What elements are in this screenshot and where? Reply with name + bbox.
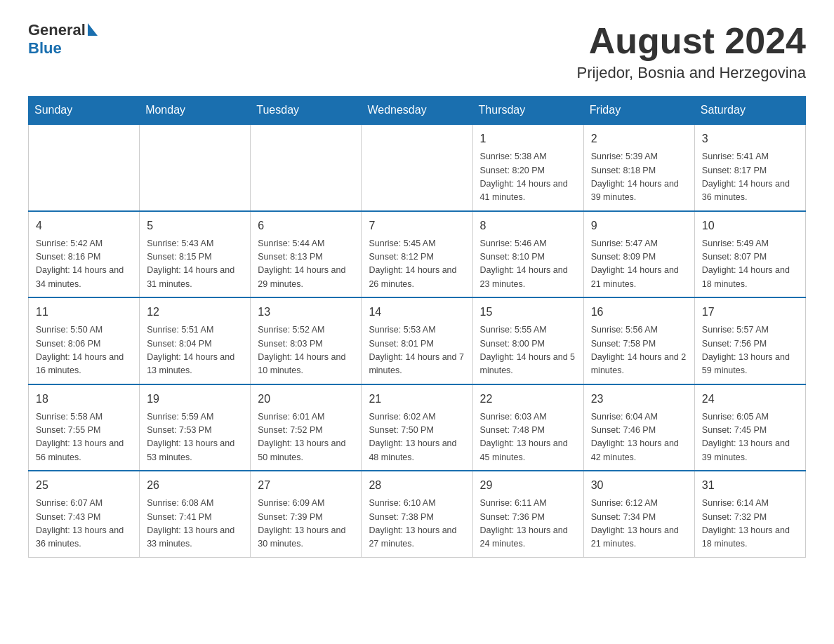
day-info: Sunrise: 6:07 AM Sunset: 7:43 PM Dayligh… bbox=[36, 497, 132, 551]
header-right: August 2024 Prijedor, Bosnia and Herzego… bbox=[576, 21, 806, 82]
day-info: Sunrise: 5:56 AM Sunset: 7:58 PM Dayligh… bbox=[591, 323, 687, 378]
calendar-cell: 10Sunrise: 5:49 AM Sunset: 8:07 PM Dayli… bbox=[694, 211, 805, 298]
day-number: 1 bbox=[480, 130, 576, 147]
day-info: Sunrise: 5:44 AM Sunset: 8:13 PM Dayligh… bbox=[258, 237, 354, 292]
day-info: Sunrise: 6:14 AM Sunset: 7:32 PM Dayligh… bbox=[702, 497, 798, 551]
day-number: 17 bbox=[702, 304, 798, 321]
day-number: 18 bbox=[36, 391, 132, 408]
day-number: 27 bbox=[258, 477, 354, 494]
day-info: Sunrise: 5:46 AM Sunset: 8:10 PM Dayligh… bbox=[480, 237, 576, 292]
logo-arrow-icon bbox=[88, 23, 98, 36]
calendar-cell bbox=[140, 124, 251, 211]
calendar-cell: 2Sunrise: 5:39 AM Sunset: 8:18 PM Daylig… bbox=[583, 124, 694, 211]
day-info: Sunrise: 5:47 AM Sunset: 8:09 PM Dayligh… bbox=[591, 237, 687, 292]
day-number: 4 bbox=[36, 217, 132, 234]
day-number: 29 bbox=[480, 477, 576, 494]
day-info: Sunrise: 5:55 AM Sunset: 8:00 PM Dayligh… bbox=[480, 323, 576, 378]
day-number: 8 bbox=[480, 217, 576, 234]
calendar-week-row: 11Sunrise: 5:50 AM Sunset: 8:06 PM Dayli… bbox=[29, 297, 806, 384]
day-number: 15 bbox=[480, 304, 576, 321]
day-number: 13 bbox=[258, 304, 354, 321]
day-number: 5 bbox=[147, 217, 243, 234]
day-number: 28 bbox=[369, 477, 465, 494]
day-number: 3 bbox=[702, 130, 798, 147]
calendar-cell: 1Sunrise: 5:38 AM Sunset: 8:20 PM Daylig… bbox=[472, 124, 583, 211]
calendar-cell: 8Sunrise: 5:46 AM Sunset: 8:10 PM Daylig… bbox=[472, 211, 583, 298]
calendar-header-monday: Monday bbox=[140, 97, 251, 125]
location-title: Prijedor, Bosnia and Herzegovina bbox=[576, 64, 806, 82]
day-number: 2 bbox=[591, 130, 687, 147]
day-number: 19 bbox=[147, 391, 243, 408]
day-number: 9 bbox=[591, 217, 687, 234]
calendar-week-row: 25Sunrise: 6:07 AM Sunset: 7:43 PM Dayli… bbox=[29, 471, 806, 557]
day-number: 23 bbox=[591, 391, 687, 408]
calendar-cell: 17Sunrise: 5:57 AM Sunset: 7:56 PM Dayli… bbox=[694, 297, 805, 384]
calendar-cell bbox=[29, 124, 140, 211]
day-number: 21 bbox=[369, 391, 465, 408]
calendar-cell: 14Sunrise: 5:53 AM Sunset: 8:01 PM Dayli… bbox=[362, 297, 472, 384]
calendar-cell: 23Sunrise: 6:04 AM Sunset: 7:46 PM Dayli… bbox=[583, 384, 694, 471]
calendar-cell: 25Sunrise: 6:07 AM Sunset: 7:43 PM Dayli… bbox=[29, 471, 140, 557]
day-info: Sunrise: 6:09 AM Sunset: 7:39 PM Dayligh… bbox=[258, 497, 354, 551]
day-number: 30 bbox=[591, 477, 687, 494]
day-number: 14 bbox=[369, 304, 465, 321]
day-number: 31 bbox=[702, 477, 798, 494]
logo-blue-text: Blue bbox=[28, 39, 62, 58]
day-info: Sunrise: 5:58 AM Sunset: 7:55 PM Dayligh… bbox=[36, 410, 132, 465]
calendar-cell: 21Sunrise: 6:02 AM Sunset: 7:50 PM Dayli… bbox=[362, 384, 472, 471]
calendar-cell: 31Sunrise: 6:14 AM Sunset: 7:32 PM Dayli… bbox=[694, 471, 805, 557]
calendar-cell: 30Sunrise: 6:12 AM Sunset: 7:34 PM Dayli… bbox=[583, 471, 694, 557]
calendar-cell: 11Sunrise: 5:50 AM Sunset: 8:06 PM Dayli… bbox=[29, 297, 140, 384]
calendar-cell: 5Sunrise: 5:43 AM Sunset: 8:15 PM Daylig… bbox=[140, 211, 251, 298]
day-info: Sunrise: 5:45 AM Sunset: 8:12 PM Dayligh… bbox=[369, 237, 465, 292]
day-number: 16 bbox=[591, 304, 687, 321]
calendar-cell: 13Sunrise: 5:52 AM Sunset: 8:03 PM Dayli… bbox=[251, 297, 362, 384]
calendar-cell: 3Sunrise: 5:41 AM Sunset: 8:17 PM Daylig… bbox=[694, 124, 805, 211]
day-number: 7 bbox=[369, 217, 465, 234]
calendar-header-sunday: Sunday bbox=[29, 97, 140, 125]
day-number: 12 bbox=[147, 304, 243, 321]
calendar-cell: 18Sunrise: 5:58 AM Sunset: 7:55 PM Dayli… bbox=[29, 384, 140, 471]
calendar-cell: 20Sunrise: 6:01 AM Sunset: 7:52 PM Dayli… bbox=[251, 384, 362, 471]
calendar-cell: 7Sunrise: 5:45 AM Sunset: 8:12 PM Daylig… bbox=[362, 211, 472, 298]
day-number: 25 bbox=[36, 477, 132, 494]
day-info: Sunrise: 5:38 AM Sunset: 8:20 PM Dayligh… bbox=[480, 150, 576, 205]
calendar-header-row: SundayMondayTuesdayWednesdayThursdayFrid… bbox=[29, 97, 806, 125]
day-number: 20 bbox=[258, 391, 354, 408]
page-header: General Blue August 2024 Prijedor, Bosni… bbox=[28, 21, 806, 82]
calendar-cell bbox=[251, 124, 362, 211]
logo: General Blue bbox=[28, 21, 98, 58]
day-info: Sunrise: 6:02 AM Sunset: 7:50 PM Dayligh… bbox=[369, 410, 465, 465]
calendar-week-row: 1Sunrise: 5:38 AM Sunset: 8:20 PM Daylig… bbox=[29, 124, 806, 211]
calendar-cell bbox=[362, 124, 472, 211]
calendar-header-saturday: Saturday bbox=[694, 97, 805, 125]
calendar-cell: 28Sunrise: 6:10 AM Sunset: 7:38 PM Dayli… bbox=[362, 471, 472, 557]
day-number: 6 bbox=[258, 217, 354, 234]
day-info: Sunrise: 6:08 AM Sunset: 7:41 PM Dayligh… bbox=[147, 497, 243, 551]
calendar-cell: 9Sunrise: 5:47 AM Sunset: 8:09 PM Daylig… bbox=[583, 211, 694, 298]
day-info: Sunrise: 5:53 AM Sunset: 8:01 PM Dayligh… bbox=[369, 323, 465, 378]
day-info: Sunrise: 6:12 AM Sunset: 7:34 PM Dayligh… bbox=[591, 497, 687, 551]
day-info: Sunrise: 5:42 AM Sunset: 8:16 PM Dayligh… bbox=[36, 237, 132, 292]
calendar-cell: 15Sunrise: 5:55 AM Sunset: 8:00 PM Dayli… bbox=[472, 297, 583, 384]
day-info: Sunrise: 5:43 AM Sunset: 8:15 PM Dayligh… bbox=[147, 237, 243, 292]
day-info: Sunrise: 5:49 AM Sunset: 8:07 PM Dayligh… bbox=[702, 237, 798, 292]
calendar-week-row: 4Sunrise: 5:42 AM Sunset: 8:16 PM Daylig… bbox=[29, 211, 806, 298]
calendar-header-wednesday: Wednesday bbox=[362, 97, 472, 125]
day-info: Sunrise: 5:39 AM Sunset: 8:18 PM Dayligh… bbox=[591, 150, 687, 205]
calendar-week-row: 18Sunrise: 5:58 AM Sunset: 7:55 PM Dayli… bbox=[29, 384, 806, 471]
day-number: 11 bbox=[36, 304, 132, 321]
day-number: 22 bbox=[480, 391, 576, 408]
calendar-cell: 16Sunrise: 5:56 AM Sunset: 7:58 PM Dayli… bbox=[583, 297, 694, 384]
day-info: Sunrise: 5:51 AM Sunset: 8:04 PM Dayligh… bbox=[147, 323, 243, 378]
day-info: Sunrise: 5:57 AM Sunset: 7:56 PM Dayligh… bbox=[702, 323, 798, 378]
day-info: Sunrise: 5:52 AM Sunset: 8:03 PM Dayligh… bbox=[258, 323, 354, 378]
calendar-cell: 24Sunrise: 6:05 AM Sunset: 7:45 PM Dayli… bbox=[694, 384, 805, 471]
calendar-cell: 26Sunrise: 6:08 AM Sunset: 7:41 PM Dayli… bbox=[140, 471, 251, 557]
day-info: Sunrise: 5:41 AM Sunset: 8:17 PM Dayligh… bbox=[702, 150, 798, 205]
day-number: 24 bbox=[702, 391, 798, 408]
day-info: Sunrise: 6:11 AM Sunset: 7:36 PM Dayligh… bbox=[480, 497, 576, 551]
calendar-cell: 27Sunrise: 6:09 AM Sunset: 7:39 PM Dayli… bbox=[251, 471, 362, 557]
calendar-cell: 6Sunrise: 5:44 AM Sunset: 8:13 PM Daylig… bbox=[251, 211, 362, 298]
day-info: Sunrise: 5:59 AM Sunset: 7:53 PM Dayligh… bbox=[147, 410, 243, 465]
